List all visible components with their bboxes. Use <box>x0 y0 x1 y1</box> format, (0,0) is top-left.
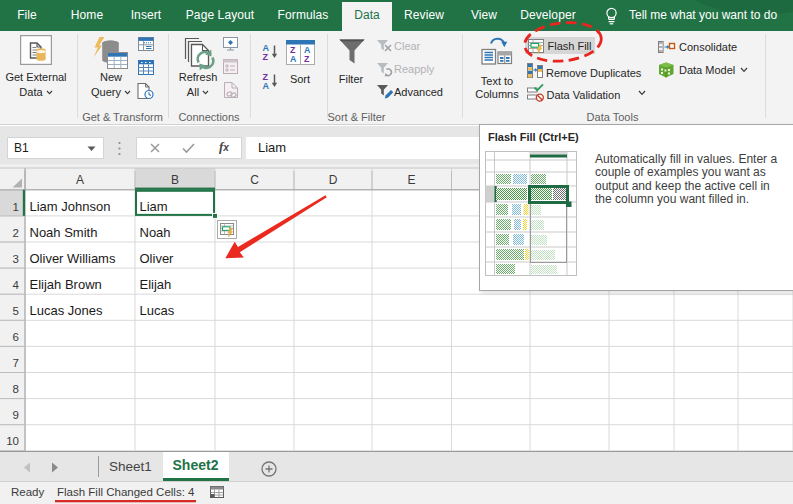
svg-text:E: E <box>407 173 415 187</box>
svg-text:C: C <box>250 173 259 187</box>
svg-text:Elijah Brown: Elijah Brown <box>30 277 102 292</box>
svg-text:D: D <box>329 173 338 187</box>
svg-text:9: 9 <box>13 409 19 421</box>
svg-text:3: 3 <box>13 253 19 265</box>
svg-text:Oliver Williams: Oliver Williams <box>30 251 116 266</box>
svg-text:Oliver: Oliver <box>140 251 175 266</box>
svg-text:8: 8 <box>13 383 19 395</box>
svg-text:A: A <box>76 173 84 187</box>
svg-text:Noah Smith: Noah Smith <box>30 225 98 240</box>
svg-text:Liam: Liam <box>140 199 168 214</box>
svg-text:1: 1 <box>13 201 19 213</box>
svg-text:4: 4 <box>13 279 20 291</box>
svg-text:6: 6 <box>13 331 19 343</box>
svg-text:Noah: Noah <box>140 225 171 240</box>
svg-text:7: 7 <box>13 357 19 369</box>
svg-text:B: B <box>171 173 179 187</box>
svg-text:2: 2 <box>13 227 19 239</box>
svg-text:Elijah: Elijah <box>140 277 172 292</box>
svg-text:Lucas: Lucas <box>140 303 175 318</box>
svg-text:5: 5 <box>13 305 19 317</box>
svg-text:Liam Johnson: Liam Johnson <box>30 199 111 214</box>
svg-text:Lucas Jones: Lucas Jones <box>30 303 103 318</box>
svg-text:10: 10 <box>6 435 19 447</box>
